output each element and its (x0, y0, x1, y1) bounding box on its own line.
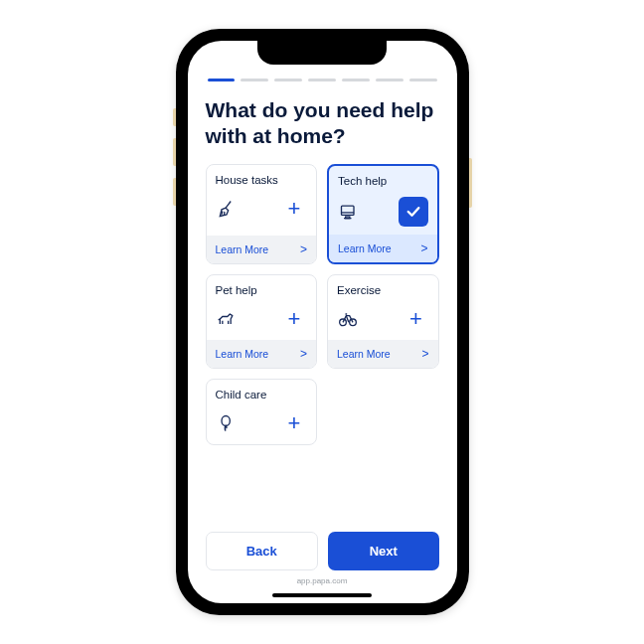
card-exercise[interactable]: Exercise + (327, 274, 439, 369)
next-button[interactable]: Next (328, 532, 439, 570)
page-title: What do you need help with at home? (206, 97, 439, 150)
add-button[interactable]: + (281, 196, 307, 222)
phone-volume-buttons (173, 138, 176, 206)
dog-icon (216, 308, 238, 330)
card-house-tasks[interactable]: House tasks + (206, 164, 318, 264)
bike-icon (337, 308, 359, 330)
svg-rect-3 (342, 206, 355, 215)
footer-nav: Back Next (188, 522, 457, 576)
learn-more-label: Learn More (338, 242, 392, 254)
app-content: What do you need help with at home? Hous… (188, 41, 457, 522)
progress-segment (208, 79, 236, 81)
svg-line-1 (222, 211, 223, 214)
home-indicator (272, 593, 372, 597)
card-title: Pet help (216, 284, 308, 296)
chevron-right-icon: > (300, 347, 307, 361)
progress-segment (376, 79, 403, 81)
card-title: House tasks (216, 174, 308, 186)
phone-mute-switch (173, 108, 176, 126)
learn-more-label: Learn More (216, 348, 269, 360)
chevron-right-icon: > (421, 347, 428, 361)
card-title: Tech help (338, 175, 428, 187)
learn-more-link[interactable]: Learn More > (328, 340, 438, 368)
svg-line-0 (226, 201, 231, 208)
browser-url: app.papa.com (188, 576, 457, 593)
phone-screen: What do you need help with at home? Hous… (188, 41, 457, 603)
balloon-icon (216, 412, 238, 434)
back-button[interactable]: Back (206, 532, 319, 570)
learn-more-label: Learn More (337, 348, 391, 360)
computer-icon (338, 201, 360, 223)
card-pet-help[interactable]: Pet help + (206, 274, 318, 369)
progress-segment (241, 79, 268, 81)
card-title: Exercise (337, 284, 429, 296)
progress-segment (409, 79, 437, 81)
card-child-care[interactable]: Child care + (206, 379, 318, 445)
progress-bar (206, 79, 439, 81)
checked-button[interactable] (399, 197, 428, 227)
svg-point-13 (222, 415, 230, 425)
phone-frame: What do you need help with at home? Hous… (176, 29, 469, 615)
progress-segment (342, 79, 370, 81)
broom-icon (216, 198, 238, 220)
add-button[interactable]: + (403, 306, 429, 332)
card-tech-help[interactable]: Tech help (327, 164, 439, 264)
phone-power-button (469, 158, 472, 208)
phone-notch (257, 41, 387, 65)
card-title: Child care (216, 389, 308, 401)
chevron-right-icon: > (300, 242, 307, 256)
add-button[interactable]: + (281, 410, 307, 436)
learn-more-label: Learn More (216, 243, 269, 255)
learn-more-link[interactable]: Learn More > (207, 236, 317, 263)
check-icon (404, 203, 422, 221)
options-grid: House tasks + (206, 164, 439, 445)
learn-more-link[interactable]: Learn More > (329, 235, 437, 262)
progress-segment (308, 79, 336, 81)
learn-more-link[interactable]: Learn More > (207, 340, 317, 368)
add-button[interactable]: + (281, 306, 307, 332)
chevron-right-icon: > (420, 242, 427, 255)
progress-segment (274, 79, 302, 81)
